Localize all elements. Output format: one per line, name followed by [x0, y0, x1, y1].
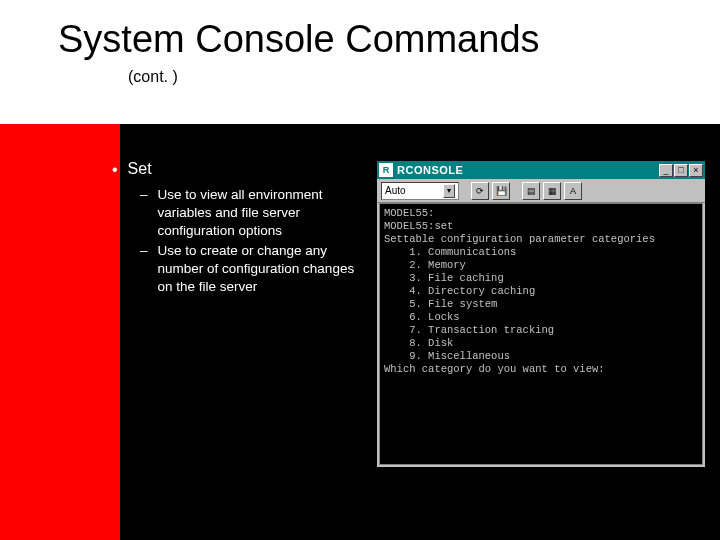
- window-controls: _ □ ×: [659, 164, 703, 177]
- terminal-line: 9. Miscellaneous: [384, 350, 510, 362]
- bullet-label: Set: [128, 160, 152, 178]
- terminal-line: 7. Transaction tracking: [384, 324, 554, 336]
- sync-icon[interactable]: ⟳: [471, 182, 489, 200]
- terminal-line: 1. Communications: [384, 246, 516, 258]
- terminal-output: MODEL55: MODEL55:set Settable configurat…: [379, 203, 703, 465]
- window-title: RCONSOLE: [397, 164, 659, 176]
- bold-icon[interactable]: A: [564, 182, 582, 200]
- dash-icon: –: [140, 186, 148, 204]
- screen2-icon[interactable]: ▦: [543, 182, 561, 200]
- dash-icon: –: [140, 242, 148, 260]
- close-button[interactable]: ×: [689, 164, 703, 177]
- app-icon: R: [379, 163, 393, 177]
- sub-bullet-item: – Use to view all environment variables …: [140, 186, 372, 240]
- terminal-line: Settable configuration parameter categor…: [384, 233, 655, 245]
- combo-value: Auto: [385, 185, 406, 196]
- minimize-button[interactable]: _: [659, 164, 673, 177]
- content-area: • Set – Use to view all environment vari…: [112, 160, 372, 298]
- rconsole-window: R RCONSOLE _ □ × Auto ▾ ⟳ 💾 ▤ ▦ A MODEL5…: [376, 160, 706, 468]
- terminal-line: 6. Locks: [384, 311, 460, 323]
- maximize-button[interactable]: □: [674, 164, 688, 177]
- terminal-line: 4. Directory caching: [384, 285, 535, 297]
- terminal-line: MODEL55:set: [384, 220, 453, 232]
- terminal-line: 5. File system: [384, 298, 497, 310]
- save-icon[interactable]: 💾: [492, 182, 510, 200]
- window-titlebar[interactable]: R RCONSOLE _ □ ×: [377, 161, 705, 179]
- terminal-line: Which category do you want to view:: [384, 363, 605, 375]
- window-toolbar: Auto ▾ ⟳ 💾 ▤ ▦ A: [377, 179, 705, 203]
- terminal-line: 8. Disk: [384, 337, 453, 349]
- terminal-line: 2. Memory: [384, 259, 466, 271]
- terminal-line: 3. File caching: [384, 272, 504, 284]
- chevron-down-icon[interactable]: ▾: [443, 184, 455, 198]
- sub-bullet-text: Use to create or change any number of co…: [158, 242, 372, 296]
- page-title: System Console Commands: [58, 18, 540, 61]
- sub-bullet-item: – Use to create or change any number of …: [140, 242, 372, 296]
- page-subtitle: (cont. ): [128, 68, 178, 86]
- screen1-icon[interactable]: ▤: [522, 182, 540, 200]
- mode-combo[interactable]: Auto ▾: [381, 182, 459, 200]
- bullet-item: • Set: [112, 160, 372, 180]
- sub-bullet-list: – Use to view all environment variables …: [140, 186, 372, 296]
- terminal-line: MODEL55:: [384, 207, 434, 219]
- sub-bullet-text: Use to view all environment variables an…: [158, 186, 372, 240]
- bullet-icon: •: [112, 160, 118, 180]
